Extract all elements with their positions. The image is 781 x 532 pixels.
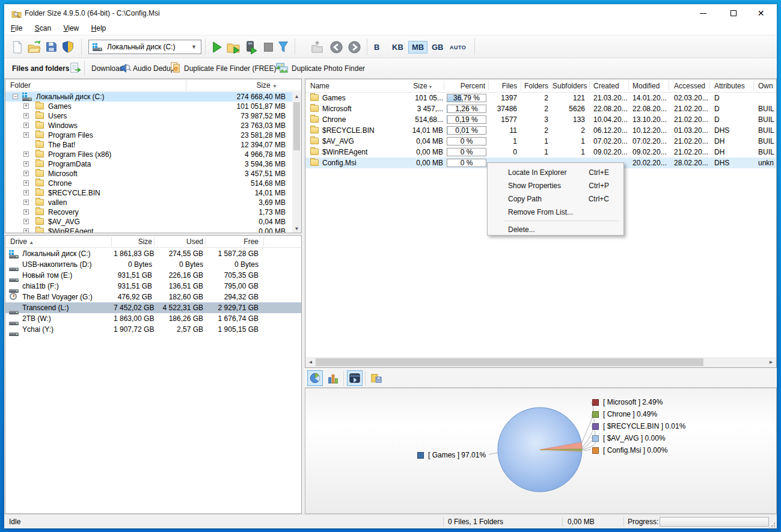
bar-chart-view-button[interactable] <box>325 370 341 386</box>
column-header-drive[interactable]: Drive ▲ <box>10 237 34 246</box>
resize-grip[interactable] <box>774 523 775 524</box>
forward-button[interactable] <box>347 40 361 54</box>
column-separator[interactable] <box>111 237 112 246</box>
unit-mb-button[interactable]: MB <box>408 41 427 54</box>
vertical-scrollbar[interactable]: ▲ ▼ <box>292 92 301 233</box>
drive-row[interactable]: The Bat! Voyager (G:)476,92 GB182,60 GB2… <box>5 292 301 302</box>
expand-toggle[interactable]: + <box>23 209 29 215</box>
context-menu-item-copy-path[interactable]: Copy PathCtrl+C <box>488 192 623 206</box>
column-header-files[interactable]: Files <box>489 82 517 90</box>
expand-toggle[interactable]: + <box>23 132 29 138</box>
save-button[interactable] <box>44 40 58 54</box>
media-view-button[interactable] <box>347 370 363 386</box>
tree-row[interactable]: +vallen3,69 MB <box>5 198 301 207</box>
file-row[interactable]: $WinREAgent 0,00 MB 0 % 0 1 1 09.02.20..… <box>305 147 776 157</box>
scan-folder-button[interactable] <box>226 40 240 54</box>
file-row[interactable]: Games 101 05... 36,79 % 1397 2 121 21.03… <box>305 93 776 103</box>
collapse-toggle[interactable]: − <box>13 94 18 99</box>
column-separator[interactable] <box>589 81 590 90</box>
scroll-right-button[interactable]: ► <box>766 357 776 367</box>
scrollbar-thumb[interactable] <box>293 102 300 150</box>
unit-b-button[interactable]: B <box>371 41 382 54</box>
column-header-owner[interactable]: Own <box>758 82 773 90</box>
expand-toggle[interactable]: + <box>23 180 29 186</box>
tree-row[interactable]: +Chrone514,68 MB <box>5 179 301 188</box>
start-scan-button[interactable] <box>209 40 224 54</box>
drive-row[interactable]: Локальный диск (C:)1 861,83 GB274,55 GB1… <box>5 248 301 259</box>
export-view-button[interactable] <box>369 370 384 386</box>
pie-chart-view-button[interactable] <box>307 370 323 386</box>
column-separator[interactable] <box>205 237 206 246</box>
drive-selector[interactable]: Локальный диск (C:) ▼ <box>88 40 201 54</box>
drive-row[interactable]: chia1tb (F:)931,51 GB136,51 GB795,00 GB <box>5 281 301 292</box>
context-menu-item-locate[interactable]: Locate In ExplorerCtrl+E <box>488 166 623 179</box>
column-separator[interactable] <box>186 81 186 90</box>
scroll-down-button[interactable]: ▼ <box>292 224 301 233</box>
filter-button[interactable] <box>276 40 290 54</box>
tree-row[interactable]: +$WinREAgent0,00 MB <box>5 227 301 233</box>
tree-row[interactable]: +Windows23 763,03 MB <box>5 121 301 130</box>
column-separator[interactable] <box>444 81 444 90</box>
column-header-subfolders[interactable]: Subfolders <box>553 82 585 90</box>
expand-toggle[interactable]: + <box>23 151 29 157</box>
expand-toggle[interactable]: + <box>23 161 29 167</box>
column-separator[interactable] <box>669 81 669 90</box>
expand-toggle[interactable]: + <box>23 103 29 109</box>
stop-scan-button[interactable] <box>261 40 275 54</box>
drive-row[interactable]: Transcend (L:)7 452,02 GB4 522,31 GB2 92… <box>5 302 301 313</box>
column-separator[interactable] <box>709 81 710 90</box>
column-header-size[interactable]: Size <box>114 237 152 246</box>
drive-row[interactable]: USB-накопитель (D:)0 Bytes0 Bytes0 Bytes <box>5 259 301 270</box>
menu-help[interactable]: Help <box>91 22 110 32</box>
tree-row[interactable]: +Program Files (x86)4 966,78 MB <box>5 150 301 159</box>
tree-row[interactable]: +$AV_AVG0,04 MB <box>5 217 301 227</box>
file-row[interactable]: $AV_AVG 0,04 MB 0 % 1 1 1 07.02.20... 07… <box>305 136 776 147</box>
tree-row[interactable]: The Bat!12 394,07 MB <box>5 140 301 150</box>
drive-row[interactable]: Ychai (Y:)1 907,72 GB2,57 GB1 905,15 GB <box>5 324 301 335</box>
duplicate-file-finder-icon[interactable] <box>170 62 182 75</box>
column-separator[interactable] <box>154 237 155 246</box>
menu-view[interactable]: View <box>63 22 82 32</box>
column-header-created[interactable]: Created <box>593 82 619 90</box>
column-header-attributes[interactable]: Attributes <box>714 82 745 90</box>
tree-row[interactable]: +Program Files23 581,28 MB <box>5 130 301 140</box>
expand-toggle[interactable]: + <box>23 190 29 195</box>
file-row[interactable]: $RECYCLE.BIN 14,01 MB 0,01 % 11 2 2 06.1… <box>305 125 776 136</box>
duplicate-photo-finder-icon[interactable] <box>276 62 289 76</box>
column-header-modified[interactable]: Modified <box>632 82 660 90</box>
tree-row[interactable]: − Локальный диск (C:) 274 668,40 MB <box>5 92 301 102</box>
context-menu-item-properties[interactable]: Show PropertiesCtrl+P <box>488 179 623 192</box>
menu-file[interactable]: File <box>11 22 26 32</box>
column-separator[interactable] <box>263 237 264 246</box>
file-row[interactable]: Microsoft 3 457,... 1,26 % 37486 2 5626 … <box>305 103 776 114</box>
back-button[interactable] <box>329 40 343 54</box>
tree-row[interactable]: +Users73 987,52 MB <box>5 111 301 121</box>
menu-scan[interactable]: Scan <box>35 22 55 32</box>
expand-toggle[interactable]: + <box>23 200 29 205</box>
unit-kb-button[interactable]: KB <box>389 41 406 54</box>
column-separator[interactable] <box>753 81 754 90</box>
column-header-used[interactable]: Used <box>157 237 203 246</box>
unit-gb-button[interactable]: GB <box>429 41 447 54</box>
tree-row[interactable]: +ProgramData3 594,36 MB <box>5 159 301 169</box>
expand-toggle[interactable]: + <box>23 171 29 176</box>
scroll-up-button[interactable]: ▲ <box>292 92 301 101</box>
close-button[interactable]: ✕ <box>747 4 774 22</box>
column-header-folders[interactable]: Folders <box>522 82 548 90</box>
horizontal-scrollbar[interactable]: ◄ ► <box>305 357 776 367</box>
drive-row[interactable]: 2TB (W:)1 863,00 GB186,26 GB1 676,74 GB <box>5 313 301 324</box>
duplicate-file-finder-link[interactable]: Duplicate File Finder (FREE) <box>184 64 276 73</box>
column-header-free[interactable]: Free <box>207 237 259 246</box>
up-folder-button[interactable] <box>310 40 324 54</box>
column-header-size[interactable]: Size ▼ <box>256 81 277 90</box>
tree-row[interactable]: +Recovery1,73 MB <box>5 207 301 217</box>
column-separator[interactable] <box>628 81 629 90</box>
column-header-accessed[interactable]: Accessed <box>674 82 705 90</box>
drive-row[interactable]: Новый том (E:)931,51 GB226,16 GB705,35 G… <box>5 270 301 281</box>
audio-dedupe-icon[interactable] <box>120 63 131 76</box>
expand-toggle[interactable]: + <box>23 123 29 128</box>
column-separator[interactable] <box>488 81 489 90</box>
report-icon[interactable] <box>69 62 82 76</box>
scroll-left-button[interactable]: ◄ <box>305 357 316 367</box>
tree-row[interactable]: +$RECYCLE.BIN14,01 MB <box>5 188 301 198</box>
